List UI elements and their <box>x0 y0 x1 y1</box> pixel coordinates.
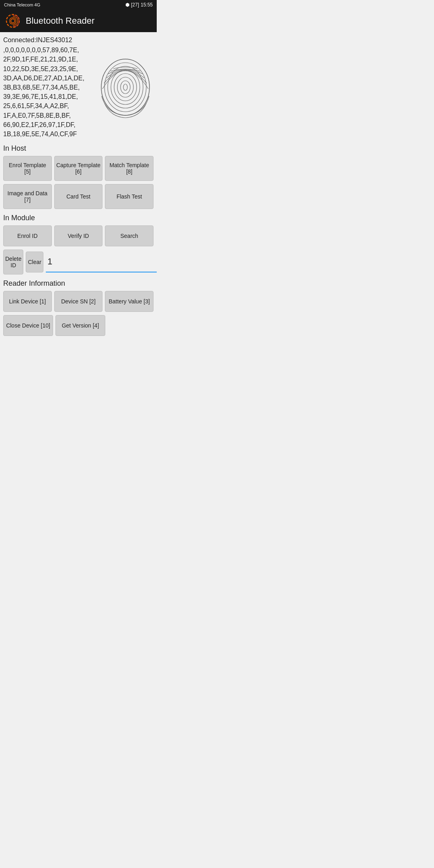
svg-point-8 <box>121 81 130 94</box>
in-module-label: In Module <box>0 211 157 224</box>
svg-point-4 <box>108 66 143 108</box>
data-text: Connected:INJES43012 ,0,0,0,0,0,0,0,57,8… <box>3 35 94 139</box>
clear-button[interactable]: Clear <box>26 252 43 272</box>
connection-status: Connected:INJES43012 <box>3 35 94 45</box>
close-device-button[interactable]: Close Device [10] <box>3 315 53 336</box>
in-module-row-1: Enrol ID Verify ID Search <box>0 224 157 248</box>
link-device-button[interactable]: Link Device [1] <box>3 291 52 312</box>
time-label: 15:55 <box>141 2 153 8</box>
reader-info-row-1: Link Device [1] Device SN [2] Battery Va… <box>0 289 157 313</box>
data-area: Connected:INJES43012 ,0,0,0,0,0,0,0,57,8… <box>0 32 157 141</box>
capture-template-button[interactable]: Capture Template [6] <box>54 156 103 181</box>
status-icons: ⬢ [27] 15:55 <box>125 2 153 8</box>
app-bar: Bluetooth Reader <box>0 10 157 32</box>
fingerprint-image-container <box>97 35 154 139</box>
in-host-row-2: Image and Data [7] Card Test Flash Test <box>0 182 157 211</box>
flash-test-button[interactable]: Flash Test <box>105 184 154 209</box>
verify-id-button[interactable]: Verify ID <box>54 225 103 246</box>
app-title: Bluetooth Reader <box>26 16 94 26</box>
svg-point-7 <box>117 77 133 97</box>
carrier-label: China Telecom 4G <box>4 2 40 7</box>
card-test-button[interactable]: Card Test <box>54 184 103 209</box>
match-template-button[interactable]: Match Template [8] <box>105 156 154 181</box>
fingerprint-image <box>98 56 153 118</box>
in-host-row-1: Enrol Template [5] Capture Template [6] … <box>0 154 157 182</box>
reader-info-row-2: Close Device [10] Get Version [4] <box>0 313 157 338</box>
status-bar: China Telecom 4G ⬢ [27] 15:55 <box>0 0 157 10</box>
svg-point-1 <box>11 19 15 23</box>
in-host-label: In Host <box>0 141 157 154</box>
app-icon <box>5 13 21 29</box>
battery-value-button[interactable]: Battery Value [3] <box>105 291 154 312</box>
main-content: Connected:INJES43012 ,0,0,0,0,0,0,0,57,8… <box>0 32 157 338</box>
svg-point-9 <box>123 84 127 90</box>
battery-label: [27] <box>131 2 139 8</box>
bluetooth-icon: ⬢ <box>125 2 129 8</box>
in-module-row-2: Delete ID Clear <box>0 248 157 276</box>
enrol-id-button[interactable]: Enrol ID <box>3 225 52 246</box>
svg-point-2 <box>101 59 149 115</box>
reader-info-label: Reader Information <box>0 276 157 289</box>
delete-id-button[interactable]: Delete ID <box>3 250 23 274</box>
get-version-button[interactable]: Get Version [4] <box>55 315 105 336</box>
search-button[interactable]: Search <box>105 225 154 246</box>
fingerprint-icon <box>6 14 20 28</box>
image-and-data-button[interactable]: Image and Data [7] <box>3 184 52 209</box>
svg-point-5 <box>111 70 140 104</box>
device-sn-button[interactable]: Device SN [2] <box>54 291 103 312</box>
enrol-template-button[interactable]: Enrol Template [5] <box>3 156 52 181</box>
hex-data: ,0,0,0,0,0,0,0,57,89,60,7E, 2F,9D,1F,FE,… <box>3 45 94 139</box>
id-input[interactable] <box>46 252 157 272</box>
